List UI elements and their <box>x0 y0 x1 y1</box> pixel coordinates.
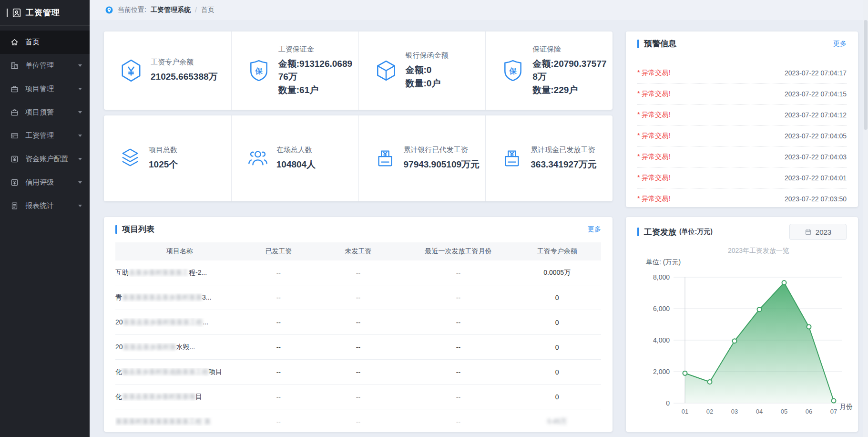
sidebar-item-fund-account[interactable]: 资金账户配置 <box>0 147 90 171</box>
stat-value: 97943.905109万元 <box>404 158 480 171</box>
app-logo: 工资管理 <box>0 0 90 26</box>
svg-text:保: 保 <box>509 67 517 75</box>
alert-row[interactable]: * 异常交易! 2023-07-22 07:04:12 <box>637 104 847 125</box>
project-list-more-link[interactable]: 更多 <box>588 225 601 234</box>
yen-square-icon <box>10 155 19 164</box>
sidebar-item-label: 信用评级 <box>25 178 54 187</box>
sidebar-item-home[interactable]: 首页 <box>0 31 90 54</box>
alert-timestamp: 2023-07-22 07:04:15 <box>785 90 847 98</box>
chevron-down-icon <box>78 64 82 67</box>
logo-bar <box>7 9 8 17</box>
stat-value: 金额:0 <box>406 63 449 77</box>
unpaid-salary: -- <box>313 319 404 326</box>
sidebar-menu: 首页 单位管理 项目管理 项目预警 工资管理 资金账户配置 信用评级 报表统计 <box>0 26 90 218</box>
alert-text: * 异常交易! <box>637 174 670 182</box>
last-pay-month: -- <box>403 418 513 426</box>
calendar-icon <box>805 229 812 236</box>
home-icon <box>10 38 19 47</box>
alert-row[interactable]: * 异常交易! 2023-07-22 07:04:01 <box>637 167 847 188</box>
paid-salary: -- <box>244 418 313 426</box>
page-scrollbar[interactable] <box>863 0 868 437</box>
project-row[interactable]: 化某某县某某乡某村某某项目 -- -- -- 0 <box>115 385 601 409</box>
sidebar-item-project-mgmt[interactable]: 项目管理 <box>0 77 90 101</box>
account-balance: 0 <box>513 368 601 376</box>
location-pin-icon <box>105 6 113 14</box>
project-table-body: 互助县某乡某村某某某工程-2... -- -- -- 0.0005万 青某某某某… <box>115 260 601 432</box>
year-selector-value: 2023 <box>816 228 831 236</box>
project-row[interactable]: 某某某村某某某某某某某工程 某 -- -- -- 0.45万 <box>115 409 601 432</box>
unpaid-salary: -- <box>313 418 404 426</box>
project-row[interactable]: 互助县某乡某村某某某工程-2... -- -- -- 0.0005万 <box>115 260 601 285</box>
project-row[interactable]: 20某某县某乡某村某水毁... -- -- -- 0 <box>115 335 601 360</box>
stat-label: 累计现金已发放工资 <box>531 146 596 155</box>
salary-line-chart: 8,0006,0004,0002,000001020304050607月份 <box>637 268 847 416</box>
stat-value: 金额:913126.068976万 <box>278 57 355 83</box>
project-name: 青某某某某某县某乡某村某某3... <box>115 293 244 302</box>
right-column: 预警信息 更多 * 异常交易! 2023-07-22 07:04:17 * 异常… <box>626 31 858 432</box>
breadcrumb-current: 首页 <box>201 6 214 14</box>
sidebar-item-salary-mgmt[interactable]: 工资管理 <box>0 124 90 147</box>
account-balance: 0 <box>513 393 601 401</box>
alert-row[interactable]: * 异常交易! 2023-07-22 07:04:17 <box>637 62 847 83</box>
stat-cards-row-1: 工资专户余额 21025.665388万 保 工资保证金 金额:913126.0… <box>104 31 613 110</box>
stat-card-cash-paid-total: 累计现金已发放工资 363.341927万元 <box>485 115 613 201</box>
alerts-more-link[interactable]: 更多 <box>833 40 847 48</box>
breadcrumb-root[interactable]: 工资管理系统 <box>151 6 191 14</box>
sidebar-item-project-alert[interactable]: 项目预警 <box>0 101 90 124</box>
project-row[interactable]: 青某某某某某县某乡某村某某3... -- -- -- 0 <box>115 285 601 310</box>
alert-row[interactable]: * 异常交易! 2023-07-22 07:04:03 <box>637 146 847 167</box>
project-name: 化隆县某乡某村某道路某某工程项目 <box>115 368 244 376</box>
sidebar-item-label: 报表统计 <box>25 201 54 210</box>
sidebar: 工资管理 首页 单位管理 项目管理 项目预警 工资管理 资金账户配置 信用评级 … <box>0 0 90 437</box>
content: 工资专户余额 21025.665388万 保 工资保证金 金额:913126.0… <box>90 20 868 432</box>
svg-text:06: 06 <box>806 408 812 415</box>
year-selector[interactable]: 2023 <box>789 224 847 240</box>
project-row[interactable]: 20某某县某乡某村某某某工程... -- -- -- 0 <box>115 310 601 335</box>
app-root: 工资管理 首页 单位管理 项目管理 项目预警 工资管理 资金账户配置 信用评级 … <box>0 0 868 437</box>
svg-text:0: 0 <box>666 399 670 407</box>
paid-salary: -- <box>244 269 313 277</box>
stat-card-guarantee-insurance: 保 保证保险 金额:20790.375778万数量:229户 <box>485 31 613 110</box>
stat-label: 保证保险 <box>532 45 609 54</box>
sidebar-item-credit-rating[interactable]: 信用评级 <box>0 171 90 194</box>
project-row[interactable]: 化隆县某乡某村某道路某某工程项目 -- -- -- 0 <box>115 360 601 385</box>
alert-row[interactable]: * 异常交易! 2023-07-22 07:04:05 <box>637 125 847 146</box>
stat-value: 104804人 <box>276 158 316 171</box>
column-header: 已发工资 <box>244 247 313 256</box>
alert-text: * 异常交易! <box>637 111 670 119</box>
account-balance: 0 <box>513 343 601 351</box>
svg-text:4,000: 4,000 <box>653 336 670 344</box>
accent-bar <box>637 40 639 48</box>
last-pay-month: -- <box>403 294 513 302</box>
project-table-header: 项目名称已发工资未发工资最近一次发放工资月份工资专户余额 <box>115 242 601 260</box>
shield-bao-icon: 保 <box>501 59 525 83</box>
alert-timestamp: 2023-07-22 07:04:05 <box>785 132 847 140</box>
briefcase-icon <box>10 108 19 117</box>
account-balance: 0.45万 <box>513 417 601 426</box>
unpaid-salary: -- <box>313 368 404 376</box>
svg-text:01: 01 <box>682 408 688 415</box>
sidebar-item-report-stats[interactable]: 报表统计 <box>0 194 90 218</box>
paid-salary: -- <box>244 393 313 401</box>
alert-timestamp: 2023-07-22 07:04:03 <box>785 153 847 161</box>
alert-row[interactable]: * 异常交易! 2023-07-22 07:04:15 <box>637 83 847 104</box>
briefcase-icon <box>10 84 19 94</box>
breadcrumb-separator: / <box>195 6 197 14</box>
building-icon <box>10 61 19 71</box>
alert-row[interactable]: * 异常交易! 2023-07-22 07:03:50 <box>637 188 847 207</box>
alert-timestamp: 2023-07-22 07:04:12 <box>785 111 847 119</box>
chart-title: 2023年工资发放一览 <box>637 247 847 255</box>
alerts-title: 预警信息 <box>644 38 676 49</box>
sidebar-item-unit-mgmt[interactable]: 单位管理 <box>0 54 90 77</box>
chevron-down-icon <box>78 158 82 160</box>
stat-value: 363.341927万元 <box>531 158 596 171</box>
svg-text:保: 保 <box>255 67 263 75</box>
stat-card-bank-paid-total: 累计银行已代发工资 97943.905109万元 <box>358 115 486 201</box>
credit-card-icon <box>10 131 19 141</box>
accent-bar <box>115 225 117 234</box>
project-name: 20某某县某乡某村某某某工程... <box>115 318 244 327</box>
scrollbar-thumb[interactable] <box>864 20 868 130</box>
column-header: 未发工资 <box>313 247 404 256</box>
svg-text:2,000: 2,000 <box>653 368 670 375</box>
sidebar-item-label: 项目预警 <box>25 108 54 117</box>
